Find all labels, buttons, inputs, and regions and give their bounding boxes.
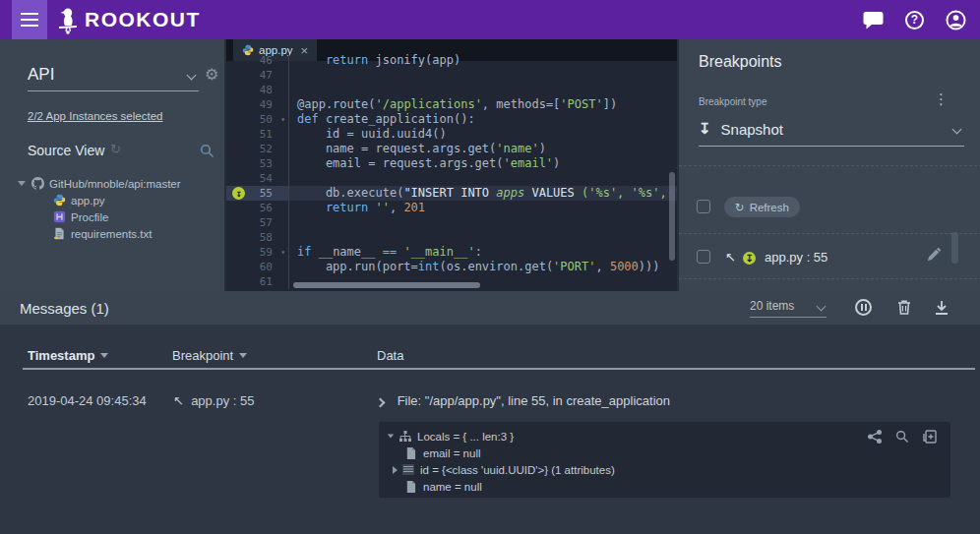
search-icon[interactable] (200, 144, 214, 158)
code-line: 50▾def create_application(): (226, 112, 677, 127)
refresh-icon[interactable]: ↻ (110, 142, 121, 156)
chevron-down-icon (187, 71, 197, 81)
app-select-dropdown[interactable]: API (28, 65, 199, 91)
fold-caret-icon[interactable]: ▾ (280, 245, 285, 260)
line-number[interactable]: 50 (260, 113, 273, 126)
user-account-icon[interactable] (946, 10, 966, 30)
chevron-down-icon[interactable] (388, 435, 394, 439)
fold-caret-icon[interactable]: ▾ (280, 112, 285, 127)
gutter-cell[interactable]: 46 (226, 53, 289, 68)
frame-label: File: "/app/app.py", line 55, in create_… (398, 393, 670, 408)
code-line: 54 (226, 171, 677, 186)
locals-var-row[interactable]: name = null (379, 478, 950, 495)
app-instances-link[interactable]: 2/2 App Instances selected (28, 110, 162, 122)
line-number[interactable]: 47 (260, 69, 273, 82)
panel-scrollbar[interactable] (951, 232, 958, 264)
open-copy-icon[interactable] (923, 430, 937, 444)
gutter-cell[interactable]: 49 (226, 97, 289, 112)
gutter-cell[interactable]: 51 (226, 127, 289, 142)
items-per-page-dropdown[interactable]: 20 items (750, 299, 827, 318)
code-text: return '', 201 (289, 201, 425, 215)
tree-node-repo[interactable]: GitHub/mnoble/api:master (0, 175, 226, 192)
source-tree: GitHub/mnoble/api:master app.py (0, 175, 226, 242)
code-text (289, 83, 297, 97)
github-icon (31, 177, 44, 190)
locals-var-row[interactable]: id = {<class 'uuid.UUID'>} (1 attributes… (379, 461, 950, 478)
gutter-cell[interactable]: 60 (226, 260, 289, 274)
gutter-cell[interactable]: 50▾ (226, 112, 289, 127)
code-line: 47 (226, 68, 677, 83)
line-number[interactable]: 55 (260, 187, 273, 200)
help-icon[interactable]: ? (905, 11, 924, 30)
breakpoints-title: Breakpoints (699, 53, 782, 71)
tree-file-app-py[interactable]: app.py (0, 192, 226, 208)
gutter-cell[interactable]: 48 (226, 83, 289, 97)
gutter-cell[interactable]: 53 (226, 156, 289, 171)
gutter-cell[interactable]: 57 (226, 215, 289, 230)
code-text (289, 230, 297, 245)
download-icon[interactable] (934, 299, 949, 316)
line-number[interactable]: 57 (260, 216, 273, 229)
edit-pencil-icon[interactable] (926, 248, 941, 263)
hamburger-menu-button[interactable] (12, 0, 47, 39)
refresh-button[interactable]: ↻ Refresh (724, 197, 800, 217)
trash-icon[interactable] (896, 299, 912, 316)
breakpoint-entry[interactable]: app.py : 55 (765, 250, 827, 265)
tree-file-procfile[interactable]: Procfile (0, 208, 226, 225)
line-number[interactable]: 53 (260, 157, 273, 170)
locals-var-row[interactable]: email = null (379, 445, 950, 461)
locals-root-row[interactable]: Locals = { ... len:3 } (379, 428, 950, 445)
gear-icon[interactable]: ⚙ (205, 65, 218, 84)
select-all-checkbox[interactable] (697, 200, 710, 213)
share-icon[interactable] (868, 430, 882, 444)
gutter-cell[interactable]: 52 (226, 142, 289, 156)
breakpoint-checkbox[interactable] (697, 250, 710, 264)
breakpoint-type-dropdown[interactable]: ↧ Snapshot (699, 120, 964, 147)
chevron-right-icon[interactable] (376, 398, 386, 408)
gutter-cell[interactable]: 47 (226, 68, 289, 83)
chat-icon[interactable] (863, 11, 884, 30)
pause-icon[interactable] (855, 299, 872, 316)
gutter-cell[interactable]: 58 (226, 230, 289, 245)
rookout-app-window: ROOKOUT ? API ⚙ 2/2 App Instan (0, 0, 980, 534)
gutter-cell[interactable]: 59▾ (226, 245, 289, 260)
kebab-menu-icon[interactable]: ⋮ (934, 90, 949, 108)
tree-file-requirements[interactable]: requirements.txt (0, 225, 226, 242)
code-text: email = request.args.get('email') (289, 156, 560, 171)
gutter-cell[interactable]: ↧55 (226, 186, 289, 201)
brand-name: ROOKOUT (85, 8, 201, 31)
chevron-down-icon[interactable] (18, 181, 26, 186)
divider (679, 165, 980, 166)
line-number[interactable]: 46 (260, 54, 273, 67)
line-number[interactable]: 59 (260, 246, 273, 259)
line-number[interactable]: 60 (260, 261, 273, 273)
gutter-cell[interactable]: 54 (226, 171, 289, 186)
line-number[interactable]: 48 (260, 84, 273, 96)
line-number[interactable]: 54 (260, 172, 273, 185)
gutter-cell[interactable]: 56 (226, 201, 289, 215)
vertical-scrollbar[interactable] (669, 172, 675, 261)
search-icon[interactable] (895, 430, 909, 444)
column-header-breakpoint[interactable]: Breakpoint (172, 348, 247, 363)
gutter-cell[interactable]: 61 (226, 274, 289, 289)
breakpoint-cell-label: app.py : 55 (191, 393, 254, 408)
code-text: def create_application(): (289, 112, 475, 127)
line-number[interactable]: 49 (260, 98, 273, 111)
line-number[interactable]: 56 (260, 202, 273, 214)
breakpoints-panel: Breakpoints ⋮ Breakpoint type ↧ Snapshot… (677, 39, 980, 291)
snapshot-icon: ↧ (699, 120, 711, 138)
file-label: Procfile (71, 211, 108, 223)
snapshot-breakpoint-icon[interactable]: ↧ (232, 187, 245, 200)
column-label: Timestamp (28, 348, 94, 363)
line-number[interactable]: 61 (260, 275, 273, 288)
locals-var-label: name = null (423, 481, 482, 493)
chevron-right-icon[interactable] (393, 466, 398, 474)
line-number[interactable]: 52 (260, 143, 273, 155)
horizontal-scrollbar[interactable] (293, 282, 480, 288)
divider (679, 278, 980, 279)
rookout-logo: ROOKOUT (57, 0, 201, 39)
code-line: 49@app.route('/applications', methods=['… (226, 97, 677, 112)
line-number[interactable]: 51 (260, 128, 273, 141)
line-number[interactable]: 58 (260, 231, 273, 244)
column-header-timestamp[interactable]: Timestamp (28, 348, 108, 363)
